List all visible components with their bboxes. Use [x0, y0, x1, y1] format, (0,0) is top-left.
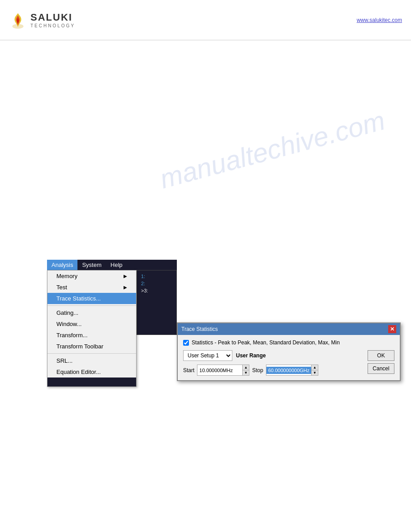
header-website-link[interactable]: www.salukitec.com — [357, 17, 402, 23]
stop-freq-field[interactable] — [266, 367, 311, 374]
statistics-checkbox[interactable] — [183, 340, 189, 346]
stop-freq-input[interactable]: ▲ ▼ — [266, 365, 318, 376]
stop-up-arrow[interactable]: ▲ — [312, 365, 318, 370]
start-stop-row: Start ▲ ▼ Stop — [183, 365, 364, 376]
menu-window[interactable]: Window... — [47, 318, 136, 330]
trace-panel: 1: 2: >3: — [137, 270, 177, 335]
page-header: SALUKI TECHNOLOGY www.salukitec.com — [0, 0, 411, 40]
start-up-arrow[interactable]: ▲ — [243, 365, 249, 370]
statistics-checkbox-row: Statistics - Peak to Peak, Mean, Standar… — [183, 339, 394, 346]
menu-srl[interactable]: SRL... — [47, 355, 136, 366]
trace-line-2: 2: — [139, 280, 174, 287]
dialog-title-bar: Trace Statistics ✕ — [178, 323, 400, 335]
menu-trace-statistics[interactable]: Trace Statistics... — [47, 293, 136, 304]
separator-1 — [47, 305, 136, 306]
logo-technology: TECHNOLOGY — [30, 23, 75, 28]
menu-item-help[interactable]: Help — [106, 260, 127, 270]
separator-2 — [47, 353, 136, 354]
stop-down-arrow[interactable]: ▼ — [312, 370, 318, 375]
menu-transform-toolbar[interactable]: Transform Toolbar — [47, 341, 136, 352]
menu-transform[interactable]: Transform... — [47, 330, 136, 341]
trace-line-3: >3: — [139, 287, 174, 294]
menu-memory[interactable]: Memory ▶ — [47, 270, 136, 282]
user-setup-select[interactable]: User Setup 1 — [183, 350, 232, 361]
dialog-main-row: User Setup 1 User Range Start ▲ — [183, 350, 394, 376]
stop-freq-spinner[interactable]: ▲ ▼ — [311, 365, 318, 375]
dialog-close-button[interactable]: ✕ — [388, 325, 396, 333]
trace-line-1: 1: — [139, 273, 174, 280]
start-down-arrow[interactable]: ▼ — [243, 370, 249, 375]
ok-button[interactable]: OK — [368, 350, 394, 361]
start-freq-input[interactable]: ▲ ▼ — [197, 365, 249, 376]
statistics-checkbox-label: Statistics - Peak to Peak, Mean, Standar… — [192, 339, 340, 346]
content-area: Analysis System Help Memory ▶ Test ▶ Tra… — [0, 40, 411, 532]
trace-statistics-dialog: Trace Statistics ✕ Statistics - Peak to … — [177, 322, 401, 381]
analysis-dropdown-menu: Memory ▶ Test ▶ Trace Statistics... Gati… — [47, 270, 137, 387]
cancel-button[interactable]: Cancel — [368, 363, 394, 374]
menu-gating[interactable]: Gating... — [47, 307, 136, 318]
setup-range-row: User Setup 1 User Range — [183, 350, 364, 361]
menu-bar: Analysis System Help — [47, 260, 177, 270]
logo-area: SALUKI TECHNOLOGY — [9, 11, 75, 29]
stop-label: Stop — [252, 367, 263, 373]
dialog-content: Statistics - Peak to Peak, Mean, Standar… — [178, 335, 400, 380]
logo-saluki: SALUKI — [30, 12, 75, 23]
start-freq-spinner[interactable]: ▲ ▼ — [242, 365, 249, 375]
dialog-fields: User Setup 1 User Range Start ▲ — [183, 350, 364, 376]
menu-item-system[interactable]: System — [77, 260, 106, 270]
logo-text: SALUKI TECHNOLOGY — [30, 12, 75, 28]
saluki-logo-icon — [9, 11, 27, 29]
menu-test[interactable]: Test ▶ — [47, 282, 136, 293]
memory-arrow: ▶ — [124, 274, 127, 279]
start-freq-field[interactable] — [197, 367, 242, 374]
user-range-label: User Range — [236, 352, 266, 359]
test-arrow: ▶ — [124, 285, 127, 290]
menu-item-analysis[interactable]: Analysis — [47, 260, 77, 270]
dialog-title: Trace Statistics — [181, 326, 218, 332]
menu-equation-editor[interactable]: Equation Editor... — [47, 366, 136, 378]
dialog-buttons: OK Cancel — [368, 350, 394, 374]
screenshot-container: Analysis System Help Memory ▶ Test ▶ Tra… — [47, 260, 356, 270]
start-label: Start — [183, 367, 194, 373]
